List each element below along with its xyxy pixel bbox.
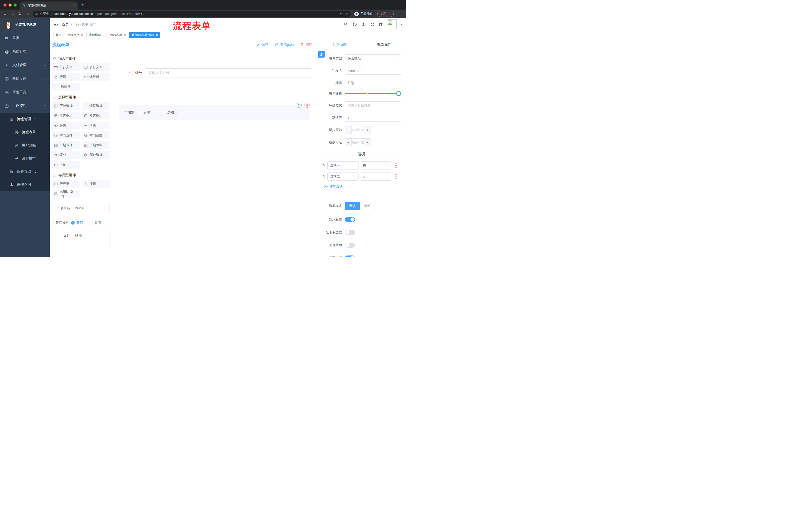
show-label-toggle[interactable] [345,217,355,222]
required-toggle[interactable] [345,255,355,257]
text-size-icon[interactable]: tT [379,22,382,27]
sidebar-item-workflow[interactable]: 工作流程 ⌃ [0,99,50,113]
palette-item-slider[interactable]: 滑块 [82,122,110,129]
radio-open[interactable]: 开启 [71,220,83,225]
stepper-minus-button[interactable]: − [345,139,352,146]
min-select-input[interactable]: 至少应选 [352,126,364,134]
remove-option-button[interactable]: − [394,163,398,168]
sidebar-item-task-manage[interactable]: 任务管理 ⌄ [0,165,50,178]
sidebar-item-home[interactable]: 首页 [0,31,50,45]
palette-item-table[interactable]: 表格[开发中] [52,190,80,197]
sidebar-item-process-form[interactable]: 流程表单 [0,126,50,139]
palette-item-time-picker[interactable]: 时间选择 [52,132,80,139]
palette-item-cascader[interactable]: 级联选择 [82,102,110,110]
palette-item-select[interactable]: 下拉选择 [52,102,80,110]
browser-update-button[interactable]: 更新 ⋮ [377,11,394,17]
palette-item-row-container[interactable]: 行容器 [52,180,80,188]
slider-handle[interactable] [396,91,401,96]
stepper-plus-button[interactable]: + [364,126,371,134]
link-badge[interactable] [318,51,325,58]
option-name-input[interactable]: 选项一 [327,161,358,169]
new-tab-button[interactable]: + [81,2,84,7]
component-type-select[interactable]: 多选框组 ▽ [345,54,401,62]
style-default-button[interactable]: 默认 [345,202,360,210]
search-icon[interactable] [344,22,348,27]
close-window-button[interactable] [3,3,6,6]
radio-closed[interactable]: 关闭 [89,220,101,225]
gender-option-1[interactable]: 选项一 [138,110,154,115]
window-controls[interactable] [0,3,20,9]
palette-item-editor[interactable]: 编辑器 [52,83,80,90]
stepper-plus-button[interactable]: + [364,139,371,146]
tag-close-icon[interactable]: ✕ [124,34,126,36]
sidebar-item-devtools[interactable]: 研发工具 ⌄ [0,85,50,99]
default-value-input[interactable]: 1 [345,114,401,122]
tag-process-form[interactable]: 流程表单 ✕ [108,32,128,38]
phone-field-row[interactable]: 手机号 请输入手机号 [119,69,312,77]
not-secure-label[interactable]: 不安全 [40,11,49,16]
palette-item-switch[interactable]: 开关 [52,122,80,129]
border-toggle[interactable] [345,230,355,235]
sidebar-item-system[interactable]: 系统管理 ⌄ [0,45,50,58]
palette-item-rate[interactable]: 评分 [52,151,80,159]
palette-item-date-picker[interactable]: 日期选择 [52,141,80,149]
sidebar-item-user-group[interactable]: 用户分组 [0,139,50,152]
palette-item-button[interactable]: 按钮 [82,180,110,188]
tag-close-icon[interactable]: ✕ [156,34,158,36]
back-button[interactable]: ← [2,11,7,16]
clear-button[interactable]: 清空 [300,43,313,47]
home-button[interactable]: ⌂ [25,11,30,16]
breadcrumb-home[interactable]: 首页 [62,22,69,27]
forward-button[interactable]: → [10,11,15,16]
tag-close-icon[interactable]: ✕ [81,34,83,36]
palette-item-counter[interactable]: 123 计数器 [82,73,110,81]
zoom-window-button[interactable] [13,3,17,6]
tag-process-model[interactable]: 流程模型 ✕ [86,32,107,38]
tag-process-definition[interactable]: 流程定义 ✕ [65,32,85,38]
disabled-toggle[interactable] [345,243,355,248]
add-option-button[interactable]: + 添加选项 [324,184,401,189]
save-button[interactable]: 保存 [256,43,268,47]
field-name-input[interactable]: field122 [345,66,401,75]
tab-component-props[interactable]: 组件属性 [318,39,362,50]
avatar-caret-icon[interactable]: ▾ [401,23,403,26]
fullscreen-icon[interactable] [370,22,375,27]
sidebar-item-payment[interactable]: ¥ 支付管理 ⌄ [0,58,50,72]
tag-home[interactable]: 首页 [53,32,64,38]
palette-item-radio-group[interactable]: 单选框组 [52,112,80,119]
tag-process-form-edit[interactable]: 流程表单-编辑 ✕ [129,32,160,38]
label-width-input[interactable]: 请输入标签宽度 [345,101,401,109]
title-input[interactable]: 性别 [345,79,401,87]
minimize-window-button[interactable] [8,3,11,6]
sidebar-item-process-manage[interactable]: 流程管理 ⌃ [0,113,50,126]
gender-option-2[interactable]: 选项二 [162,110,178,115]
style-button-button[interactable]: 按钮 [360,202,375,210]
palette-item-color-picker[interactable]: 颜色选择 [82,151,110,159]
palette-item-single-text[interactable]: 单行文本 [52,63,80,71]
sidebar-logo[interactable]: 芋道管理系统 [0,18,50,31]
browser-tab[interactable]: 芋道管理系统 ✕ [20,1,78,9]
remove-option-button[interactable]: − [394,174,398,179]
checkbox-unchecked-icon[interactable] [138,111,141,114]
max-select-input[interactable]: 最多可选 [352,139,364,146]
hamburger-collapse-icon[interactable] [53,22,58,27]
browser-menu-dots-icon[interactable]: ⋮ [388,12,392,16]
password-key-icon[interactable] [340,12,343,16]
sidebar-item-process-model[interactable]: 流程模型 [0,152,50,165]
github-icon[interactable] [352,22,357,27]
help-question-icon[interactable] [361,22,366,27]
sidebar-item-infra[interactable]: 基础设施 ⌄ [0,72,50,85]
palette-item-upload[interactable]: 上传 [52,161,80,168]
drag-handle-icon[interactable] [322,163,326,167]
palette-item-time-range[interactable]: 时间范围 [82,132,110,139]
form-grid-slider[interactable] [345,93,399,94]
option-value-input[interactable]: 女 [360,172,391,181]
avatar[interactable] [387,19,397,29]
phone-input[interactable]: 请输入手机号 [145,69,312,77]
update-label[interactable]: 更新 [380,11,386,16]
tag-close-icon[interactable]: ✕ [102,34,104,36]
drag-handle-icon[interactable] [322,174,326,179]
palette-item-date-range[interactable]: 日期范围 [82,141,110,149]
checkbox-unchecked-icon[interactable] [162,111,165,114]
form-name-input[interactable]: biubiu [72,204,110,212]
